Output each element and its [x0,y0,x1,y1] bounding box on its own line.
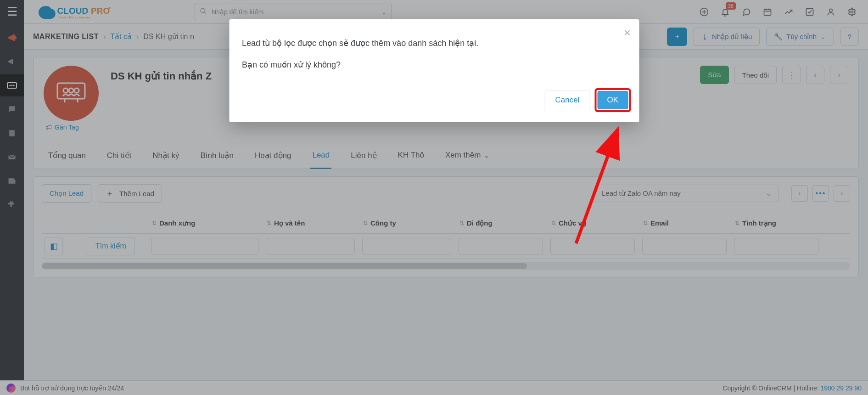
ok-button[interactable]: OK [597,91,628,109]
modal-message-2: Bạn có muốn xử lý không? [242,58,626,72]
modal-message-1: Lead từ bộ lọc được chọn sẽ được thêm và… [242,37,626,50]
modal-close-button[interactable]: × [624,27,631,39]
confirm-modal: × Lead từ bộ lọc được chọn sẽ được thêm … [229,19,639,122]
ok-highlight: OK [594,88,631,112]
cancel-button[interactable]: Cancel [545,90,590,110]
